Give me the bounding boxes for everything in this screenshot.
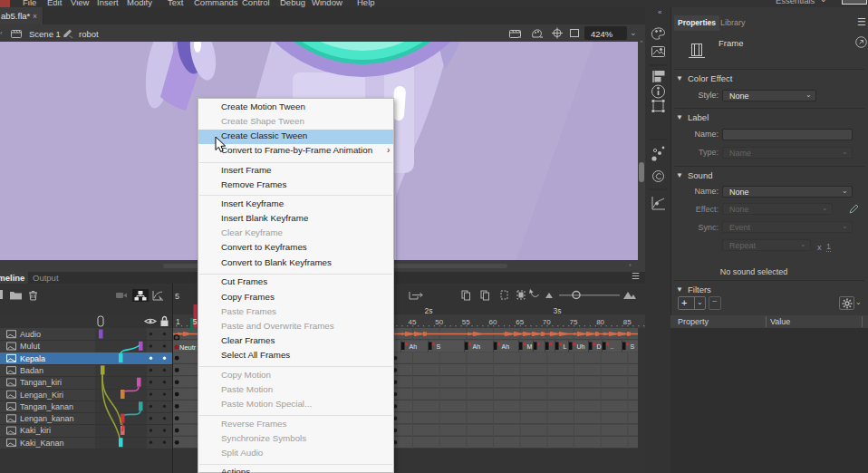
svg-text:65: 65 <box>516 318 524 326</box>
svg-text:Neutr: Neutr <box>179 343 197 352</box>
svg-text:..: .. <box>611 343 614 350</box>
svg-text:55: 55 <box>462 318 470 326</box>
svg-text:70: 70 <box>543 318 551 326</box>
svg-text:75: 75 <box>570 318 578 326</box>
svg-text:S: S <box>631 343 635 350</box>
svg-text:Uh: Uh <box>577 343 585 350</box>
svg-text:5: 5 <box>193 317 198 326</box>
svg-text:80: 80 <box>596 318 604 326</box>
svg-text:Ah: Ah <box>502 343 510 350</box>
svg-text:1: 1 <box>176 317 180 326</box>
svg-text:M: M <box>527 343 533 350</box>
svg-text:85: 85 <box>623 318 632 326</box>
svg-text:Ah: Ah <box>473 343 481 350</box>
svg-text:S: S <box>437 343 441 350</box>
svg-text:50: 50 <box>435 318 443 326</box>
svg-text:Ah: Ah <box>410 343 418 350</box>
svg-text:L: L <box>564 343 567 350</box>
svg-text:45: 45 <box>409 318 417 326</box>
svg-text:2s: 2s <box>425 306 433 315</box>
svg-text:D: D <box>597 343 602 350</box>
svg-text:60: 60 <box>489 318 497 326</box>
svg-text:3s: 3s <box>554 306 562 315</box>
